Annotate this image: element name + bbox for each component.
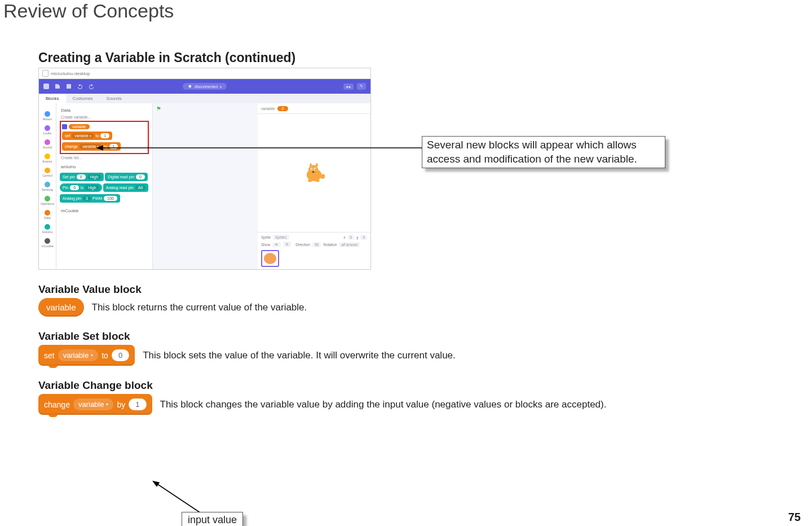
cat-sensing[interactable]: Sensing — [42, 182, 53, 191]
sprite-thumbnail[interactable] — [261, 250, 279, 267]
page-number: 75 — [788, 511, 801, 524]
arduino-analogpwm-block[interactable]: Analog pin 3 PWM 100 — [60, 194, 120, 203]
tab-blocks[interactable]: Blocks — [39, 94, 66, 103]
svg-point-8 — [311, 169, 312, 170]
connection-pill[interactable]: disconnected ▾ — [183, 83, 227, 90]
tab-sounds[interactable]: Sounds — [100, 94, 129, 103]
menubar-right-button-1[interactable]: ●● — [343, 84, 354, 90]
cat-operators[interactable]: Operators — [41, 196, 54, 205]
scratch-cat-sprite[interactable] — [302, 161, 326, 186]
variable-set-block: set variable▾ to 0 — [38, 345, 135, 366]
variable-value-block: variable — [38, 298, 84, 317]
green-flag-icon[interactable]: ⚑ — [156, 106, 161, 112]
window-title: microduino-desktop — [51, 71, 90, 76]
svg-point-9 — [315, 169, 316, 170]
editor-menubar: disconnected ▾ ●● ✎ — [39, 79, 370, 94]
svg-marker-4 — [309, 162, 312, 166]
cat-mcookie[interactable]: mCookie — [41, 238, 54, 248]
save-icon — [66, 84, 72, 89]
variable-change-block: change variable▾ by 1 — [38, 394, 152, 415]
cat-motion[interactable]: Motion — [43, 111, 52, 121]
stage[interactable] — [258, 114, 370, 233]
page-title: Review of Concepts — [3, 0, 812, 22]
arduino-digitalread-block[interactable]: Digital read pin 0 — [105, 173, 148, 181]
editor-titlebar: microduino-desktop — [39, 68, 370, 79]
scratch-logo-icon — [43, 84, 49, 89]
desc-set-block: This block sets the value of the variabl… — [143, 350, 456, 361]
svg-point-3 — [308, 165, 319, 175]
cat-sound[interactable]: Sound — [43, 139, 52, 149]
arduino-analogread-block[interactable]: Analog read pin A0 — [103, 183, 149, 192]
svg-point-1 — [188, 85, 191, 88]
cat-control[interactable]: Control — [42, 168, 52, 177]
cat-arduino[interactable]: Arduino — [42, 224, 53, 234]
svg-rect-0 — [43, 84, 49, 89]
palette-var-value-block[interactable]: variable — [69, 124, 90, 129]
cat-looks[interactable]: Looks — [43, 125, 52, 135]
svg-point-11 — [308, 179, 312, 182]
heading-set-block: Variable Set block — [38, 330, 795, 343]
palette-header-arduino: arduino — [61, 164, 149, 169]
connection-label: disconnected — [195, 85, 218, 89]
callout-input-value: input value — [182, 512, 243, 526]
heading-value-block: Variable Value block — [38, 283, 795, 296]
menubar-right-button-2[interactable]: ✎ — [357, 83, 366, 90]
section-heading: Creating a Variable in Scratch (continue… — [38, 50, 795, 65]
heading-change-block: Variable Change block — [38, 379, 795, 392]
document-icon — [42, 70, 48, 77]
cat-data[interactable]: Data — [44, 210, 51, 220]
var-checkbox[interactable] — [62, 124, 67, 129]
undo-icon — [77, 84, 83, 89]
palette-header-mcookie: mCookie — [61, 208, 149, 213]
sprite-panel: Sprite Sprite1 x0 y0 Show 👁⊘ Direction90… — [258, 233, 370, 269]
block-palette: Data Create variable... variable set var… — [56, 103, 153, 269]
scratch-editor-screenshot: microduino-desktop — [38, 68, 371, 270]
svg-point-12 — [315, 179, 319, 182]
category-rail: Motion Looks Sound Events Control Sensin… — [39, 103, 56, 269]
arduino-pinis-block[interactable]: Pin 0 is High — [60, 183, 102, 192]
block-workspace[interactable]: ⚑ — [153, 103, 258, 269]
tab-costumes[interactable]: Costumes — [66, 94, 100, 103]
stage-header: variable 0 — [258, 103, 370, 114]
palette-header-data: Data — [61, 108, 149, 113]
svg-point-10 — [312, 171, 314, 173]
arrow-to-blocks — [100, 137, 427, 159]
file-icon — [55, 84, 60, 89]
stage-var-readout: 0 — [277, 106, 289, 111]
callout-new-blocks: Several new blocks will appear which all… — [422, 136, 665, 168]
arduino-setpin-block[interactable]: Set pin 0 High — [60, 173, 104, 181]
desc-change-block: This block changes the variable value by… — [160, 399, 607, 410]
create-variable-link[interactable]: Create variable... — [61, 115, 149, 119]
redo-icon — [89, 84, 94, 89]
desc-value-block: This block returns the current value of … — [92, 302, 307, 313]
cat-events[interactable]: Events — [43, 154, 52, 163]
